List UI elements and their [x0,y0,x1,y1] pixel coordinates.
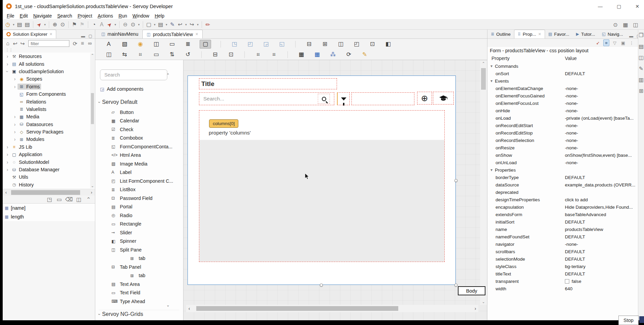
home-icon[interactable]: ⌂ [4,39,11,48]
palette-item-password-field[interactable]: ⊡Password Field [95,194,183,203]
open-window-dropdown-icon[interactable]: ▾ [153,23,157,26]
search-tool-icon[interactable]: ⊙ [59,21,66,29]
annotate-icon[interactable]: ✎ [169,21,176,29]
property-value[interactable]: -private (onLoad(event) [baseTa... [565,116,634,121]
place-text-field-icon[interactable]: A [105,40,113,49]
close-icon[interactable]: ✕ [635,4,639,9]
find-dropdown-icon[interactable]: ▾ [137,23,141,26]
chevron-right-icon[interactable]: › [496,205,497,210]
filter-input[interactable] [28,40,69,47]
form-title-element[interactable]: Title [199,78,337,89]
scroll-right-icon[interactable]: › [89,190,94,195]
property-value[interactable]: -none- [565,86,578,91]
property-row-onhide[interactable]: onHide-none- [487,107,638,114]
flag-alt-icon[interactable]: ⚑ [78,21,86,29]
property-value[interactable]: DEFAULT [565,71,585,76]
close-icon[interactable]: ✕ [538,32,541,36]
close-icon[interactable]: ✕ [195,32,198,36]
property-value[interactable]: -none- [565,138,578,143]
tutorial-button-element[interactable] [433,92,454,105]
chevron-down-icon[interactable]: ▾ [489,79,494,83]
delete-icon[interactable]: ⌫ [65,196,73,204]
palette-item-tab[interactable]: ⊞tab [95,271,183,280]
tree-chevron-icon[interactable]: › [5,152,10,157]
property-row-name[interactable]: nameproductsTableView [487,226,638,233]
move-icon[interactable]: ◫ [75,196,82,204]
property-row-onrecordselection[interactable]: onRecordSelection-none- [487,137,638,144]
tree-item-history[interactable]: ›◷History [3,181,95,188]
property-value[interactable]: DEFAULT [565,234,585,239]
property-row-extendsform[interactable]: extendsFormbaseTableAdvanced [487,211,638,218]
menu-actions[interactable]: Actions [95,13,116,19]
refresh-designer-icon[interactable]: ⟳ [345,50,353,59]
save-all-icon[interactable]: ▤ [24,21,31,29]
property-row-datasource[interactable]: dataSourceexample_data.products (OVERR..… [487,181,638,188]
forward-dropdown-icon[interactable]: ▾ [196,23,200,26]
tab-solution-explorer[interactable]: Solution Explorer ✕ [3,30,56,38]
palette-item-list-formcomponent-c[interactable]: ◰List FormComponent C... [95,177,183,185]
menu-search[interactable]: Search [55,13,75,19]
tree-item-cloudsamplesolution[interactable]: ›▣cloudSampleSolution [3,68,95,75]
profile-icon[interactable]: ◔ [90,21,98,29]
property-row-initialsort[interactable]: initialSortDEFAULT [487,218,638,226]
resize-handle-right[interactable] [454,179,457,182]
property-row-events[interactable]: ▾Events [487,77,638,85]
tree-item-valuelists[interactable]: ›≣Valuelists [3,106,95,113]
property-value[interactable]: click to add [565,197,588,202]
search-button-element[interactable] [318,94,330,104]
collapse-all-icon[interactable]: ≡ [79,39,86,48]
place-image-icon[interactable]: ▧ [121,40,129,49]
form-surface[interactable]: Title Search... ⊕ [188,76,456,285]
property-value[interactable]: -none- [565,93,578,98]
minimized-problems-icon[interactable]: ◫ [638,53,644,61]
property-row-width[interactable]: width640 [487,285,638,292]
tree-item-database-manager[interactable]: ›⛁Database Manager [3,166,95,173]
minimize-view-icon[interactable]: ▬ [81,34,85,38]
palette-item-listbox[interactable]: ≣ListBox [95,185,183,194]
stop-button[interactable]: Stop [618,316,639,325]
property-row-namedfoundset[interactable]: namedFoundSetDEFAULT [487,233,638,240]
palette-scroll-down-icon[interactable]: ⌄ [166,303,170,307]
pin-icon[interactable]: ➶ [595,39,601,46]
tree-item-utils[interactable]: ›⚒Utils [3,173,95,181]
new-method-icon[interactable]: ◳ [46,196,53,204]
empty-field-element[interactable] [351,92,414,105]
property-value[interactable]: -none- [565,130,578,136]
swap-icon[interactable]: ⇆ [121,50,129,59]
chevron-right-icon[interactable]: › [496,249,497,254]
palette-item-button[interactable]: ▱Button [95,108,183,117]
palette-item-tab-panel[interactable]: ⊟Tab Panel [95,263,183,271]
search-field-element[interactable]: Search... [199,92,334,105]
palette-item-portal[interactable]: ▤Portal [95,203,183,211]
place-rectangle-icon[interactable]: ▢ [200,40,211,49]
restore-view-icon[interactable]: ❐ [638,31,644,39]
palette-item-formcomponentconta[interactable]: ◱FormComponentConta... [95,142,183,151]
minimize-icon[interactable]: — [598,4,603,9]
center-horizontal-icon[interactable]: ⊡ [368,40,376,49]
property-row-onsort[interactable]: onSortDEFAULT [487,70,638,77]
tab-favor[interactable]: ▤Favor... [545,30,573,38]
tree-chevron-icon[interactable]: › [12,122,18,127]
tab-tutor[interactable]: ▶Tutor... [573,30,599,38]
select-children-icon[interactable]: ⌗ [270,50,278,59]
property-row-onload[interactable]: ›onLoad-private (onLoad(event) [baseTa..… [487,114,638,122]
open-window-icon[interactable]: ▢ [145,21,152,29]
back-icon[interactable]: ↩ [11,39,19,48]
anchor-top-left-icon[interactable]: ◳ [230,40,238,49]
tree-chevron-icon[interactable]: › [12,84,18,89]
ungroup-icon[interactable]: ⊡ [227,50,235,59]
forward-icon[interactable]: ↪ [19,39,26,48]
tree-item-servoy-packages[interactable]: ›◇Servoy Packages [3,128,95,136]
palette-item-spinner[interactable]: ◧Spinner [95,237,183,246]
center-vertical-icon[interactable]: ◧ [384,40,392,49]
palette-item-calendar[interactable]: ▦Calendar [95,117,183,125]
palette-item-text-area[interactable]: ▤Text Area [95,280,183,289]
chevron-right-icon[interactable]: › [496,153,497,158]
drag-handle-dots[interactable]: ⋮⋮ [3,48,95,53]
property-value[interactable]: false [565,279,581,284]
property-row-onrecordeditstart[interactable]: onRecordEditStart-none- [487,122,638,129]
property-value[interactable]: -none- [565,101,578,106]
tree-chevron-icon[interactable]: › [12,76,18,82]
perspective-icon[interactable]: ◫ [632,21,639,29]
add-record-element[interactable]: ⊕ [417,92,432,105]
